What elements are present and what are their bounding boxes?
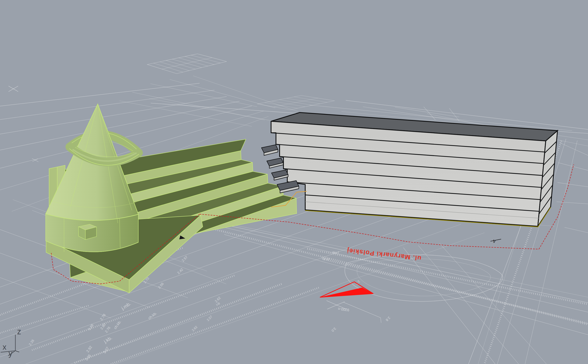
survey-label: 2.76: [104, 326, 111, 333]
plan-line: [418, 246, 519, 364]
plan-line: [0, 90, 214, 120]
plan-line: [424, 107, 435, 120]
survey-label: 3.0: [331, 327, 337, 333]
survey-label: j.mb.: [120, 301, 132, 311]
survey-label: 9200-n: [338, 307, 349, 312]
plan-line: [440, 243, 546, 364]
street-name-label: ul. Marynarki Polskiej: [346, 247, 421, 262]
survey-label: ch.kb.: [113, 320, 122, 330]
road-hatch-band: [203, 226, 588, 325]
axis-x-label: x: [3, 343, 6, 351]
survey-label: 2.80: [100, 323, 106, 330]
parking-grid: [147, 54, 227, 74]
survey-polyline: [344, 302, 381, 323]
ring-road-outer: [345, 255, 503, 301]
plan-line: [224, 234, 588, 335]
plan-line: [150, 84, 257, 107]
survey-label: j.kb.: [103, 335, 113, 344]
survey-label: 2.57: [206, 315, 213, 322]
road-hatch-band: [307, 249, 588, 304]
plan-line: [403, 248, 495, 364]
plan-line: [560, 143, 588, 156]
survey-label: ch.kb.: [321, 257, 330, 261]
plan-line: [557, 182, 588, 187]
survey-label: j.mb.: [332, 251, 339, 255]
survey-label: 2.92: [86, 345, 93, 353]
plan-line: [193, 76, 298, 111]
plan-line: [0, 83, 200, 106]
viewport-canvas[interactable]: j.mb.j.kb.ch.kb.ch.kb.j.mb.ch.kb.2.782.9…: [0, 0, 588, 364]
plan-line: [557, 202, 588, 204]
road-hatch-band: [0, 305, 90, 333]
axis-foot-tick: [15, 351, 19, 352]
gray-massing-model[interactable]: [261, 112, 557, 227]
axis-z-label: z: [17, 327, 21, 336]
road-hatch-band: [111, 287, 320, 364]
survey-label: 2.62: [191, 325, 198, 332]
plan-line: [564, 227, 588, 233]
green-massing-model[interactable]: [46, 104, 297, 293]
plan-line: [192, 218, 588, 303]
plan-line: [170, 79, 275, 108]
plan-line: [449, 108, 459, 121]
plan-line: [200, 222, 588, 312]
survey-label: 0.26: [85, 354, 91, 361]
survey-label: 2.42: [176, 267, 184, 275]
dimension-label: 4: [493, 239, 496, 244]
parking-grid-line: [162, 58, 212, 69]
survey-label: 2.8: [385, 316, 391, 322]
survey-label: 2.26: [28, 338, 35, 346]
axis-y-label: y: [8, 349, 12, 358]
survey-label: ch.kb.: [148, 311, 157, 320]
